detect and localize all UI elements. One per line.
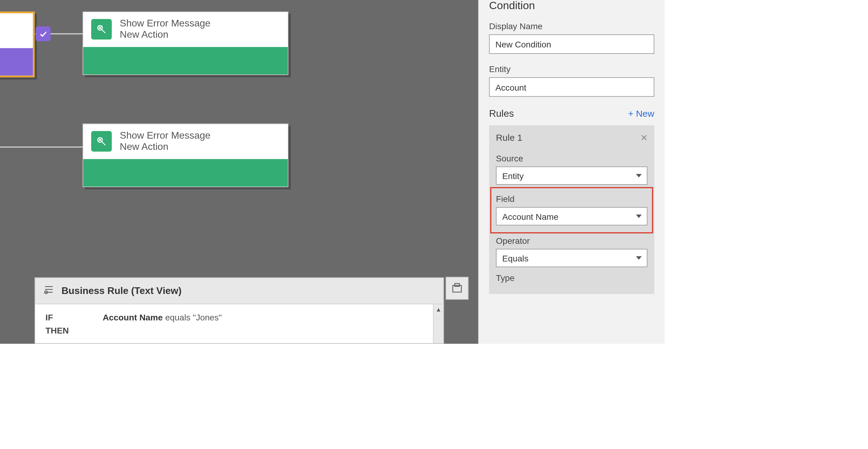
display-name-label: Display Name (489, 21, 654, 31)
action-false-detail-bar (83, 159, 288, 186)
type-label: Type (496, 273, 647, 283)
connector-false-h (0, 147, 83, 148)
entity-label: Entity (489, 64, 654, 74)
panel-section-title: Condition (489, 0, 654, 12)
rule-title: Rule 1 (496, 132, 522, 143)
then-keyword: THEN (45, 326, 101, 335)
error-message-icon (91, 131, 112, 152)
action-true-detail-bar (83, 47, 288, 74)
text-view-scrollbar[interactable]: ▴ (433, 304, 443, 343)
entity-input[interactable] (489, 77, 654, 97)
svg-rect-42 (455, 283, 460, 287)
source-select[interactable]: Entity (496, 167, 647, 185)
text-view-expand-button[interactable] (445, 277, 468, 300)
condition-node[interactable]: Condition New Condition (0, 11, 35, 77)
action-true-title: Show Error Message (120, 18, 211, 29)
rule-card: Rule 1 × Source Entity Field Account Nam… (489, 125, 654, 294)
field-label: Field (496, 194, 647, 204)
operator-label: Operator (496, 236, 647, 245)
if-expression: Account Name equals "Jones" (103, 312, 222, 322)
new-rule-button[interactable]: + New (628, 109, 654, 119)
action-false-node[interactable]: Show Error Message New Action (83, 124, 288, 187)
rule-close-icon[interactable]: × (641, 131, 647, 144)
condition-detail-bar (0, 48, 33, 76)
action-true-node[interactable]: Show Error Message New Action (83, 11, 288, 75)
display-name-input[interactable] (489, 34, 654, 54)
true-branch-icon (36, 26, 51, 41)
field-select[interactable]: Account Name (496, 207, 647, 225)
properties-panel: Components Properties Condition Display … (478, 0, 664, 344)
action-false-subtitle: New Action (120, 142, 211, 153)
operator-select[interactable]: Equals (496, 249, 647, 267)
error-message-icon (91, 19, 112, 40)
design-canvas[interactable]: Condition New Condition (0, 0, 478, 344)
settings-list-icon (43, 283, 55, 298)
field-highlight: Field Account Name (492, 189, 651, 231)
action-true-subtitle: New Action (120, 29, 211, 41)
text-view-panel: Business Rule (Text View) IF Account Nam… (35, 277, 444, 344)
text-view-title: Business Rule (Text View) (61, 285, 181, 297)
action-false-title: Show Error Message (120, 130, 211, 141)
rules-label: Rules (489, 108, 514, 120)
source-label: Source (496, 153, 647, 163)
if-keyword: IF (45, 312, 101, 322)
